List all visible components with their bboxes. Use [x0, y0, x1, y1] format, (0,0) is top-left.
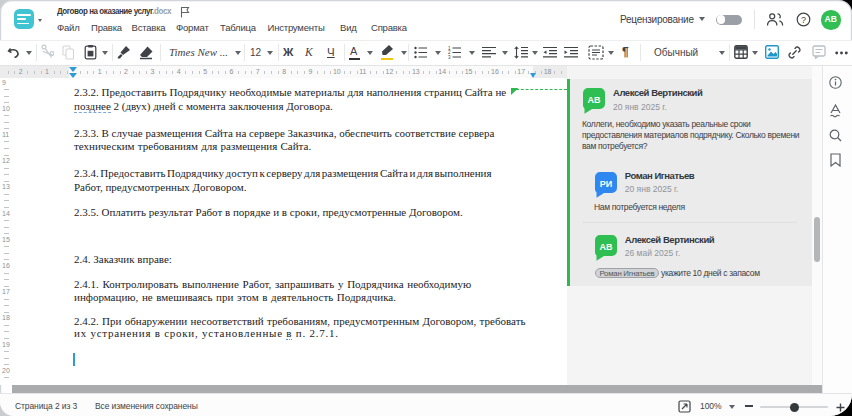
svg-text:3: 3 — [448, 55, 451, 59]
svg-text:АВ: АВ — [600, 242, 613, 252]
svg-text:АВ: АВ — [588, 94, 601, 104]
svg-text:?: ? — [801, 15, 806, 25]
svg-text:РИ: РИ — [600, 179, 612, 189]
